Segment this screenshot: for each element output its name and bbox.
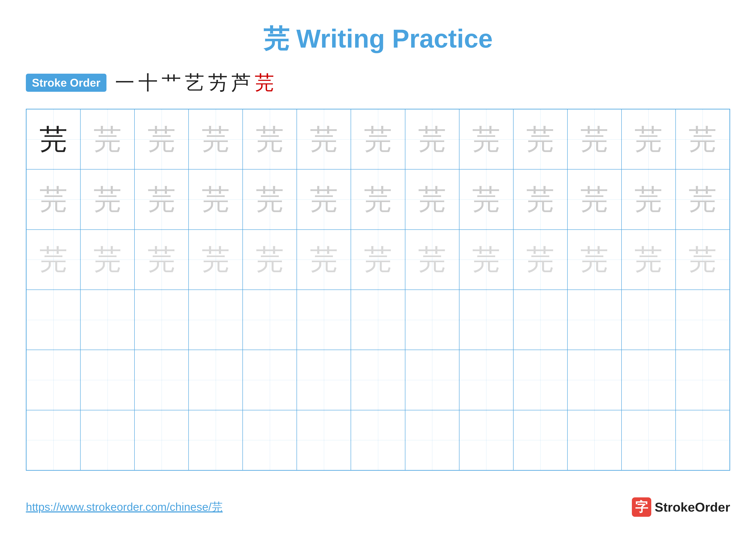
grid-cell-r3c2[interactable]: 芫 xyxy=(80,230,134,290)
stroke-5: 艻 xyxy=(208,69,228,96)
grid-cell-r4c13[interactable] xyxy=(676,290,730,350)
grid-cell-r1c6[interactable]: 芫 xyxy=(297,109,351,169)
grid-cell-r1c7[interactable]: 芫 xyxy=(351,109,405,169)
grid-cell-r6c5[interactable] xyxy=(243,410,297,470)
stroke-order-row: Stroke Order 一 十 艹 艺 艻 芦 芫 xyxy=(26,69,730,96)
grid-cell-r1c8[interactable]: 芫 xyxy=(405,109,459,169)
page: 芫 Writing Practice Stroke Order 一 十 艹 艺 … xyxy=(0,0,756,534)
grid-cell-r4c11[interactable] xyxy=(567,290,622,350)
title-rest: Writing Practice xyxy=(289,24,493,53)
stroke-6: 芦 xyxy=(231,69,251,96)
grid-cell-r2c7[interactable]: 芫 xyxy=(351,169,405,229)
grid-cell-r6c10[interactable] xyxy=(513,410,567,470)
grid-cell-r6c3[interactable] xyxy=(134,410,189,470)
grid-cell-r6c2[interactable] xyxy=(80,410,134,470)
grid-cell-r5c9[interactable] xyxy=(459,350,513,410)
logo-text: StrokeOrder xyxy=(655,500,730,515)
grid-cell-r3c9[interactable]: 芫 xyxy=(459,230,513,290)
grid-cell-r2c11[interactable]: 芫 xyxy=(567,169,622,229)
grid-cell-r1c11[interactable]: 芫 xyxy=(567,109,622,169)
grid-cell-r1c1[interactable]: 芫 xyxy=(26,109,80,169)
grid-cell-r2c4[interactable]: 芫 xyxy=(189,169,243,229)
grid-cell-r3c7[interactable]: 芫 xyxy=(351,230,405,290)
grid-cell-r6c12[interactable] xyxy=(622,410,676,470)
logo-icon: 字 xyxy=(632,497,651,517)
stroke-order-chars: 一 十 艹 艺 艻 芦 芫 xyxy=(115,69,274,96)
grid-cell-r5c7[interactable] xyxy=(351,350,405,410)
grid-cell-r4c8[interactable] xyxy=(405,290,459,350)
stroke-1: 一 xyxy=(115,69,134,96)
footer: https://www.strokeorder.com/chinese/芫 字 … xyxy=(26,497,730,517)
title-chinese: 芫 xyxy=(263,24,289,53)
grid-cell-r4c1[interactable] xyxy=(26,290,80,350)
grid-cell-r2c13[interactable]: 芫 xyxy=(676,169,730,229)
grid-cell-r1c5[interactable]: 芫 xyxy=(243,109,297,169)
grid-cell-r6c6[interactable] xyxy=(297,410,351,470)
grid-cell-r2c3[interactable]: 芫 xyxy=(134,169,189,229)
grid-cell-r5c3[interactable] xyxy=(134,350,189,410)
grid-cell-r3c4[interactable]: 芫 xyxy=(189,230,243,290)
grid-cell-r4c5[interactable] xyxy=(243,290,297,350)
stroke-7: 芫 xyxy=(255,69,274,96)
grid-cell-r5c5[interactable] xyxy=(243,350,297,410)
grid-cell-r4c9[interactable] xyxy=(459,290,513,350)
grid-cell-r6c1[interactable] xyxy=(26,410,80,470)
grid-cell-r5c6[interactable] xyxy=(297,350,351,410)
grid-cell-r6c4[interactable] xyxy=(189,410,243,470)
grid-cell-r3c13[interactable]: 芫 xyxy=(676,230,730,290)
practice-grid: 芫 芫 芫 芫 芫 芫 芫 芫 芫 芫 芫 芫 芫 芫 芫 芫 芫 芫 芫 芫 … xyxy=(26,109,730,471)
grid-cell-r6c11[interactable] xyxy=(567,410,622,470)
grid-cell-r5c8[interactable] xyxy=(405,350,459,410)
grid-cell-r1c12[interactable]: 芫 xyxy=(622,109,676,169)
grid-cell-r4c7[interactable] xyxy=(351,290,405,350)
grid-cell-r6c9[interactable] xyxy=(459,410,513,470)
char-solid: 芫 xyxy=(40,125,68,153)
grid-cell-r4c6[interactable] xyxy=(297,290,351,350)
stroke-2: 十 xyxy=(138,69,158,96)
grid-cell-r3c1[interactable]: 芫 xyxy=(26,230,80,290)
grid-cell-r1c9[interactable]: 芫 xyxy=(459,109,513,169)
grid-cell-r1c10[interactable]: 芫 xyxy=(513,109,567,169)
grid-cell-r5c10[interactable] xyxy=(513,350,567,410)
grid-cell-r1c4[interactable]: 芫 xyxy=(189,109,243,169)
grid-cell-r1c3[interactable]: 芫 xyxy=(134,109,189,169)
grid-cell-r6c13[interactable] xyxy=(676,410,730,470)
grid-cell-r4c12[interactable] xyxy=(622,290,676,350)
grid-cell-r2c2[interactable]: 芫 xyxy=(80,169,134,229)
grid-cell-r5c13[interactable] xyxy=(676,350,730,410)
grid-cell-r2c8[interactable]: 芫 xyxy=(405,169,459,229)
grid-cell-r4c4[interactable] xyxy=(189,290,243,350)
grid-cell-r5c12[interactable] xyxy=(622,350,676,410)
footer-url[interactable]: https://www.strokeorder.com/chinese/芫 xyxy=(26,499,223,515)
grid-cell-r3c5[interactable]: 芫 xyxy=(243,230,297,290)
grid-cell-r6c7[interactable] xyxy=(351,410,405,470)
grid-cell-r5c11[interactable] xyxy=(567,350,622,410)
grid-cell-r2c10[interactable]: 芫 xyxy=(513,169,567,229)
grid-cell-r5c1[interactable] xyxy=(26,350,80,410)
stroke-4: 艺 xyxy=(185,69,204,96)
grid-cell-r3c8[interactable]: 芫 xyxy=(405,230,459,290)
grid-cell-r1c13[interactable]: 芫 xyxy=(676,109,730,169)
grid-cell-r6c8[interactable] xyxy=(405,410,459,470)
grid-cell-r4c3[interactable] xyxy=(134,290,189,350)
page-title: 芫 Writing Practice xyxy=(26,21,730,57)
grid-cell-r2c12[interactable]: 芫 xyxy=(622,169,676,229)
stroke-3: 艹 xyxy=(162,69,181,96)
grid-cell-r3c12[interactable]: 芫 xyxy=(622,230,676,290)
grid-cell-r3c11[interactable]: 芫 xyxy=(567,230,622,290)
grid-cell-r3c10[interactable]: 芫 xyxy=(513,230,567,290)
stroke-order-badge: Stroke Order xyxy=(26,74,106,92)
grid-cell-r3c3[interactable]: 芫 xyxy=(134,230,189,290)
grid-cell-r4c10[interactable] xyxy=(513,290,567,350)
grid-cell-r2c1[interactable]: 芫 xyxy=(26,169,80,229)
footer-logo: 字 StrokeOrder xyxy=(632,497,730,517)
grid-cell-r3c6[interactable]: 芫 xyxy=(297,230,351,290)
grid-cell-r2c9[interactable]: 芫 xyxy=(459,169,513,229)
grid-cell-r2c5[interactable]: 芫 xyxy=(243,169,297,229)
grid-cell-r5c4[interactable] xyxy=(189,350,243,410)
grid-cell-r4c2[interactable] xyxy=(80,290,134,350)
grid-cell-r2c6[interactable]: 芫 xyxy=(297,169,351,229)
grid-cell-r1c2[interactable]: 芫 xyxy=(80,109,134,169)
grid-cell-r5c2[interactable] xyxy=(80,350,134,410)
